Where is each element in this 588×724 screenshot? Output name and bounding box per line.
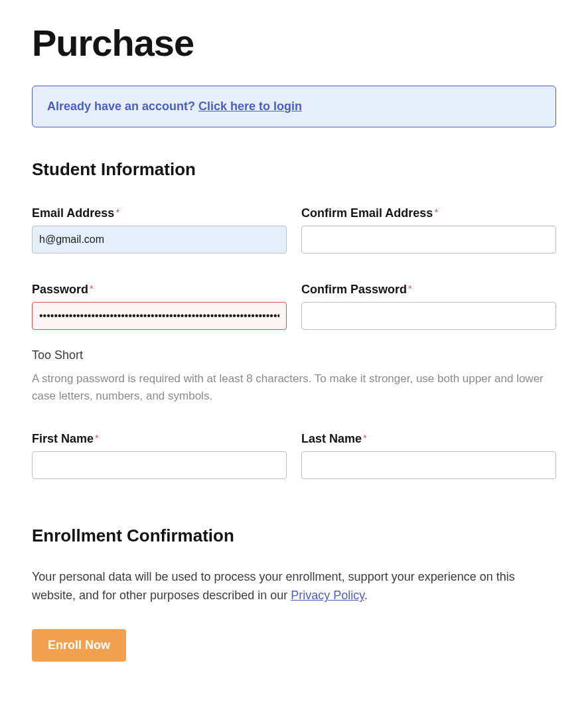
privacy-text: Your personal data will be used to proce…	[32, 567, 556, 606]
login-notice-text: Already have an account?	[47, 100, 198, 113]
last-name-field[interactable]	[301, 451, 556, 479]
first-name-field[interactable]	[32, 451, 287, 479]
password-strength: Too Short	[32, 348, 556, 362]
email-label: Email Address*	[32, 206, 287, 220]
required-mark: *	[363, 432, 367, 443]
email-field[interactable]	[32, 226, 287, 253]
login-link[interactable]: Click here to login	[198, 100, 302, 113]
required-mark: *	[90, 283, 94, 294]
privacy-policy-link[interactable]: Privacy Policy	[291, 589, 364, 602]
required-mark: *	[434, 206, 438, 218]
enrollment-heading: Enrollment Confirmation	[32, 526, 556, 546]
required-mark: *	[408, 283, 412, 294]
student-info-heading: Student Information	[32, 159, 556, 180]
password-help: A strong password is required with at le…	[32, 370, 556, 405]
required-mark: *	[115, 206, 119, 218]
last-name-label: Last Name*	[301, 432, 556, 446]
confirm-password-label: Confirm Password*	[301, 283, 556, 297]
confirm-email-field[interactable]	[301, 226, 556, 253]
confirm-email-label: Confirm Email Address*	[301, 206, 556, 220]
password-field[interactable]	[32, 302, 287, 330]
required-mark: *	[95, 432, 99, 443]
login-notice: Already have an account? Click here to l…	[32, 86, 556, 127]
password-label: Password*	[32, 283, 287, 297]
confirm-password-field[interactable]	[301, 302, 556, 330]
enroll-button[interactable]: Enroll Now	[32, 629, 126, 662]
first-name-label: First Name*	[32, 432, 287, 446]
page-title: Purchase	[32, 21, 556, 64]
